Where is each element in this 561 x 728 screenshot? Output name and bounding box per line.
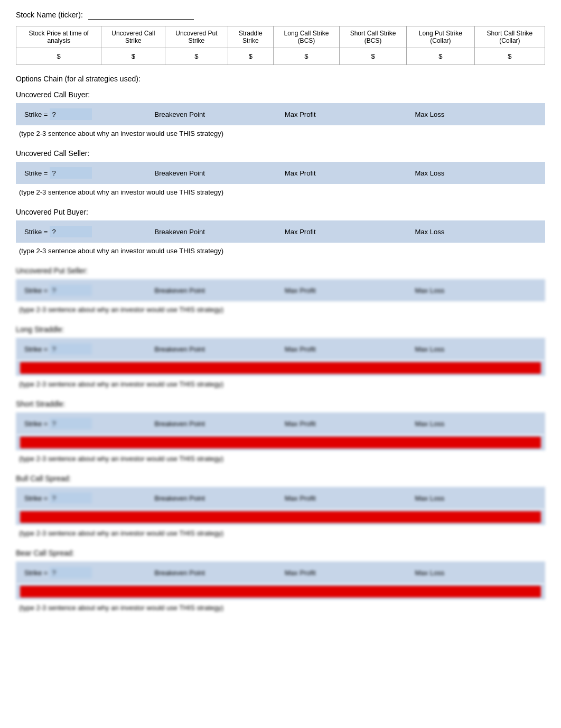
breakeven-cell-uncovered-call-seller: Breakeven Point xyxy=(151,167,281,179)
strike-input-section7[interactable] xyxy=(50,492,92,504)
max-loss-cell-section6: Max Loss xyxy=(411,418,541,430)
strategy-block-section6: Short Straddle:Strike = Breakeven PointM… xyxy=(16,400,545,467)
description-section8[interactable]: (type 2-3 sentence about why an investor… xyxy=(16,600,545,616)
strike-input-uncovered-put-seller[interactable] xyxy=(50,284,92,296)
strike-label-uncovered-call-buyer: Strike = xyxy=(24,110,48,118)
max-profit-cell-section5: Max Profit xyxy=(280,343,411,355)
strike-label-uncovered-put-buyer: Strike = xyxy=(24,228,48,236)
strike-input-section8[interactable] xyxy=(50,567,92,578)
strategy-row-section6: Strike = Breakeven PointMax ProfitMax Lo… xyxy=(16,412,545,435)
strike-cell-uncovered-put-buyer: Strike = xyxy=(20,224,151,239)
col-input-6[interactable] xyxy=(425,52,456,60)
description-section5[interactable]: (type 2-3 sentence about why an investor… xyxy=(16,376,545,392)
col-currency-1[interactable] xyxy=(101,48,165,65)
strategy-block-section5: Long Straddle:Strike = Breakeven PointMa… xyxy=(16,325,545,392)
red-bar-section7 xyxy=(20,511,541,523)
strike-cell-section7: Strike = xyxy=(20,490,151,506)
col-header-4: Long Call Strike (BCS) xyxy=(273,26,339,48)
max-profit-cell-uncovered-put-seller: Max Profit xyxy=(280,284,411,297)
section-label-section5: Long Straddle: xyxy=(16,325,545,334)
max-loss-cell-uncovered-call-seller: Max Loss xyxy=(411,167,541,179)
strategy-row-uncovered-put-seller: Strike = Breakeven PointMax ProfitMax Lo… xyxy=(16,279,545,301)
section-label-uncovered-put-seller: Uncovered Put Seller: xyxy=(16,266,545,275)
strike-label-uncovered-put-seller: Strike = xyxy=(24,287,48,294)
breakeven-cell-section5: Breakeven Point xyxy=(151,343,281,355)
strategy-row-section8: Strike = Breakeven PointMax ProfitMax Lo… xyxy=(16,561,545,584)
col-header-5: Short Call Strike (BCS) xyxy=(340,26,407,48)
strategy-block-section8: Bear Call Spread:Strike = Breakeven Poin… xyxy=(16,549,545,616)
breakeven-cell-uncovered-call-buyer: Breakeven Point xyxy=(151,108,281,121)
red-bar-row-section7 xyxy=(16,509,545,525)
strike-input-uncovered-put-buyer[interactable] xyxy=(50,226,92,237)
red-bar-row-section6 xyxy=(16,435,545,450)
col-input-4[interactable] xyxy=(291,52,322,60)
stock-name-text: Stock Name (ticker): xyxy=(16,11,83,19)
red-bar-row-section8 xyxy=(16,584,545,600)
description-section6[interactable]: (type 2-3 sentence about why an investor… xyxy=(16,450,545,467)
strategy-block-uncovered-call-seller: Uncovered Call Seller:Strike = Breakeven… xyxy=(16,149,545,200)
col-currency-6[interactable] xyxy=(406,48,474,65)
col-currency-7[interactable] xyxy=(474,48,545,65)
section-label-uncovered-put-buyer: Uncovered Put Buyer: xyxy=(16,208,545,216)
breakeven-cell-uncovered-put-seller: Breakeven Point xyxy=(151,284,281,297)
breakeven-cell-uncovered-put-buyer: Breakeven Point xyxy=(151,226,281,238)
col-header-1: Uncovered Call Strike xyxy=(101,26,165,48)
max-profit-cell-uncovered-call-buyer: Max Profit xyxy=(280,108,411,121)
description-uncovered-put-seller[interactable]: (type 2-3 sentence about why an investor… xyxy=(16,301,545,318)
description-uncovered-put-buyer[interactable]: (type 2-3 sentence about why an investor… xyxy=(16,243,545,259)
strike-input-uncovered-call-seller[interactable] xyxy=(50,167,92,179)
col-currency-3[interactable] xyxy=(228,48,273,65)
stock-name-input[interactable] xyxy=(88,11,194,20)
col-input-7[interactable] xyxy=(494,52,526,60)
strategy-row-uncovered-put-buyer: Strike = Breakeven PointMax ProfitMax Lo… xyxy=(16,220,545,243)
col-input-0[interactable] xyxy=(43,52,74,60)
col-currency-2[interactable] xyxy=(165,48,228,65)
max-profit-cell-section7: Max Profit xyxy=(280,492,411,504)
col-currency-5[interactable] xyxy=(340,48,407,65)
sections-container: Uncovered Call Buyer:Strike = Breakeven … xyxy=(16,90,545,616)
max-profit-cell-section6: Max Profit xyxy=(280,418,411,430)
description-uncovered-call-seller[interactable]: (type 2-3 sentence about why an investor… xyxy=(16,184,545,200)
description-section7[interactable]: (type 2-3 sentence about why an investor… xyxy=(16,525,545,541)
col-header-0: Stock Price at time of analysis xyxy=(16,26,101,48)
strike-label-section5: Strike = xyxy=(24,345,48,353)
strike-input-section5[interactable] xyxy=(50,343,92,355)
max-loss-cell-uncovered-put-buyer: Max Loss xyxy=(411,226,541,238)
col-currency-0[interactable] xyxy=(16,48,101,65)
col-currency-4[interactable] xyxy=(273,48,339,65)
red-bar-section5 xyxy=(20,362,541,374)
section-label-section8: Bear Call Spread: xyxy=(16,549,545,557)
red-bar-section6 xyxy=(20,437,541,448)
strategy-block-uncovered-call-buyer: Uncovered Call Buyer:Strike = Breakeven … xyxy=(16,90,545,142)
max-profit-cell-uncovered-put-buyer: Max Profit xyxy=(280,226,411,238)
max-loss-cell-section5: Max Loss xyxy=(411,343,541,355)
section-label-section6: Short Straddle: xyxy=(16,400,545,408)
col-input-3[interactable] xyxy=(235,52,266,60)
strike-input-uncovered-call-buyer[interactable] xyxy=(50,108,92,120)
options-chain-label: Options Chain (for al strategies used): xyxy=(16,75,545,83)
table-header-row: Stock Price at time of analysisUncovered… xyxy=(16,26,545,48)
col-input-5[interactable] xyxy=(357,52,389,60)
main-input-table: Stock Price at time of analysisUncovered… xyxy=(16,26,545,65)
options-chain-text: Options Chain (for al strategies used): xyxy=(16,75,141,83)
strike-label-section6: Strike = xyxy=(24,420,48,428)
strike-cell-section5: Strike = xyxy=(20,341,151,357)
col-header-2: Uncovered Put Strike xyxy=(165,26,228,48)
strategy-row-section7: Strike = Breakeven PointMax ProfitMax Lo… xyxy=(16,487,545,509)
strike-label-uncovered-call-seller: Strike = xyxy=(24,169,48,177)
strategy-row-uncovered-call-seller: Strike = Breakeven PointMax ProfitMax Lo… xyxy=(16,162,545,184)
strike-label-section7: Strike = xyxy=(24,494,48,502)
breakeven-cell-section6: Breakeven Point xyxy=(151,418,281,430)
col-input-1[interactable] xyxy=(117,52,149,60)
description-uncovered-call-buyer[interactable]: (type 2-3 sentence about why an investor… xyxy=(16,125,545,142)
breakeven-cell-section8: Breakeven Point xyxy=(151,567,281,579)
max-loss-cell-uncovered-put-seller: Max Loss xyxy=(411,284,541,297)
strategy-block-uncovered-put-buyer: Uncovered Put Buyer:Strike = Breakeven P… xyxy=(16,208,545,259)
strike-input-section6[interactable] xyxy=(50,418,92,429)
strategy-row-uncovered-call-buyer: Strike = Breakeven PointMax ProfitMax Lo… xyxy=(16,103,545,125)
col-input-2[interactable] xyxy=(181,52,212,60)
max-loss-cell-section8: Max Loss xyxy=(411,567,541,579)
strategy-block-section7: Bull Call Spread:Strike = Breakeven Poin… xyxy=(16,474,545,541)
max-profit-cell-section8: Max Profit xyxy=(280,567,411,579)
breakeven-cell-section7: Breakeven Point xyxy=(151,492,281,504)
